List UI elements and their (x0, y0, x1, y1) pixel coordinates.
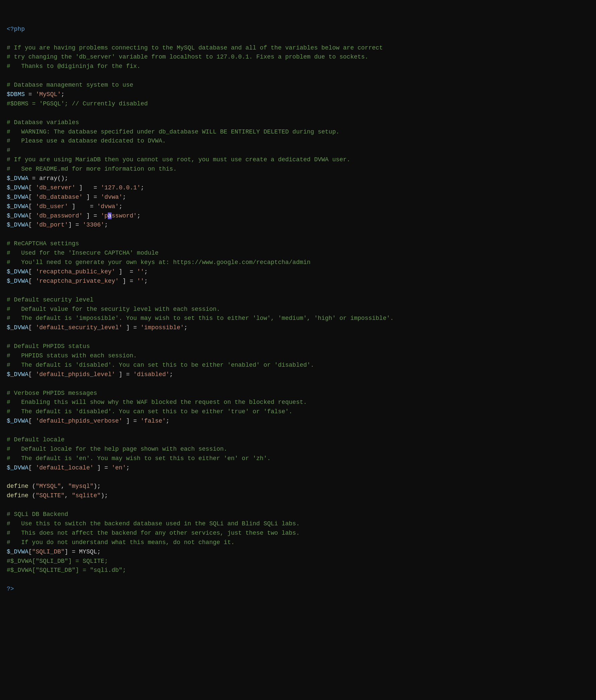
variable-token: $_DVWA (7, 222, 28, 228)
comment-token: # If you are having problems connecting … (7, 45, 383, 51)
code-line: $DBMS = 'MySQL'; (7, 90, 589, 99)
plain-token: ] = (68, 222, 83, 228)
variable-token: $_DVWA (7, 175, 28, 182)
plain-token: [ (28, 324, 36, 331)
code-line: # Used for the 'Insecure CAPTCHA' module (7, 249, 589, 258)
code-line: # The default is 'impossible'. You may w… (7, 314, 589, 323)
comment-token: # This does not affect the backend for a… (7, 530, 300, 536)
string-token: 'false' (141, 418, 166, 424)
code-line: # If you are having problems connecting … (7, 44, 589, 53)
code-line: # try changing the 'db_server' variable … (7, 53, 589, 62)
code-line (7, 380, 589, 389)
comment-token: # Thanks to @digininja for the fix. (7, 63, 141, 70)
code-line: # (7, 146, 589, 155)
comment-token: # PHPIDS status with each session. (7, 352, 137, 359)
code-line: #$DBMS = 'PGSQL'; // Currently disabled (7, 99, 589, 109)
code-line: # Default locale (7, 435, 589, 445)
code-line: define ("SQLITE", "sqlite"); (7, 491, 589, 500)
string-token: 'recaptcha_public_key' (35, 268, 115, 275)
code-line: $_DVWA[ 'default_phpids_verbose' ] = 'fa… (7, 417, 589, 426)
plain-token: [ (28, 184, 36, 191)
plain-token: ] = (119, 278, 137, 284)
plain-token: ] = MYSQL; (65, 548, 101, 555)
variable-token: $_DVWA (7, 371, 28, 378)
string-token: ssword' (111, 212, 137, 219)
plain-token: ; (144, 278, 148, 284)
string-token: 'impossible' (141, 324, 184, 331)
code-line: # Verbose PHPIDS messages (7, 389, 589, 398)
plain-token: ); (93, 483, 101, 490)
variable-token: $_DVWA (7, 212, 28, 219)
string-token: "sqlite" (72, 492, 100, 499)
php-tag-token: ?> (7, 586, 14, 592)
comment-token: # Default locale (7, 436, 65, 443)
variable-token: $_DVWA (7, 464, 28, 471)
code-line: $_DVWA[ 'recaptcha_public_key' ] = ''; (7, 267, 589, 277)
code-line: ?> (7, 585, 589, 594)
string-token: "mysql" (68, 483, 94, 490)
code-line: $_DVWA[ 'db_database' ] = 'dvwa'; (7, 193, 589, 202)
code-line: # The default is 'disabled'. You can set… (7, 407, 589, 417)
plain-token: ] = (123, 418, 141, 424)
code-line: # PHPIDS status with each session. (7, 351, 589, 361)
comment-token: # Database management system to use (7, 82, 133, 88)
code-line (7, 426, 589, 435)
plain-token: ] = (115, 268, 137, 275)
code-line: # SQLi DB Backend (7, 510, 589, 519)
code-line (7, 333, 589, 342)
plain-token: ] = (123, 324, 141, 331)
comment-token: # Use this to switch the backend databas… (7, 520, 300, 527)
string-token: "SQLI_DB" (32, 548, 65, 555)
plain-token: ; (61, 91, 65, 98)
code-line: # The default is 'disabled'. You can set… (7, 361, 589, 370)
comment-token: # If you do not understand what this mea… (7, 539, 235, 546)
string-token: '3306' (83, 222, 104, 228)
comment-token: # Enabling this will show why the WAF bl… (7, 399, 307, 406)
string-token: 'db_database' (35, 194, 82, 201)
string-token: 'db_port' (35, 222, 68, 228)
plain-token: ] = (75, 184, 101, 191)
plain-token: [ (28, 268, 36, 275)
plain-token: [ (28, 194, 36, 201)
variable-token: $_DVWA (7, 184, 28, 191)
plain-token: [ (28, 464, 36, 471)
plain-token: ] = (83, 212, 101, 219)
string-token: 'db_user' (35, 203, 68, 210)
plain-token: ; (184, 324, 188, 331)
variable-token: $DBMS (7, 91, 25, 98)
comment-token: # Default value for the security level w… (7, 306, 220, 313)
plain-token: [ (28, 212, 36, 219)
code-line: #$_DVWA["SQLI_DB"] = SQLITE; (7, 557, 589, 566)
comment-token: # See README.md for more information on … (7, 166, 177, 172)
code-line (7, 500, 589, 510)
plain-token: [ (28, 548, 32, 555)
plain-token: ( (28, 492, 36, 499)
code-line: #$_DVWA["SQLITE_DB"] = "sqli.db"; (7, 566, 589, 575)
plain-token: ] = (93, 464, 111, 471)
code-line: # ReCAPTCHA settings (7, 239, 589, 249)
comment-token: # Verbose PHPIDS messages (7, 390, 97, 396)
string-token: 'default_phpids_verbose' (35, 418, 122, 424)
code-line: $_DVWA = array(); (7, 174, 589, 183)
code-line: $_DVWA[ 'default_security_level' ] = 'im… (7, 323, 589, 333)
code-line: # Please use a database dedicated to DVW… (7, 136, 589, 146)
variable-token: $_DVWA (7, 203, 28, 210)
comment-token: # The default is 'impossible'. You may w… (7, 315, 394, 321)
code-line: # Default PHPIDS status (7, 342, 589, 351)
plain-token: ; (119, 203, 123, 210)
plain-token: ( (28, 483, 36, 490)
plain-token: [ (28, 203, 36, 210)
comment-token: # Please use a database dedicated to DVW… (7, 137, 166, 144)
plain-token: = (25, 91, 35, 98)
comment-token: # If you are using MariaDB then you cann… (7, 156, 350, 163)
code-line: $_DVWA[ 'db_server' ] = '127.0.0.1'; (7, 183, 589, 193)
comment-token: #$_DVWA["SQLITE_DB"] = "sqli.db"; (7, 567, 126, 573)
plain-token: ; (166, 418, 169, 424)
code-line: # Default value for the security level w… (7, 305, 589, 314)
code-line: $_DVWA[ 'db_user' ] = 'dvwa'; (7, 202, 589, 211)
comment-token: # Used for the 'Insecure CAPTCHA' module (7, 250, 159, 256)
plain-token: [ (28, 418, 36, 424)
plain-token: ; (169, 371, 173, 378)
comment-token: # Default security level (7, 296, 93, 303)
code-line: # If you do not understand what this mea… (7, 538, 589, 547)
